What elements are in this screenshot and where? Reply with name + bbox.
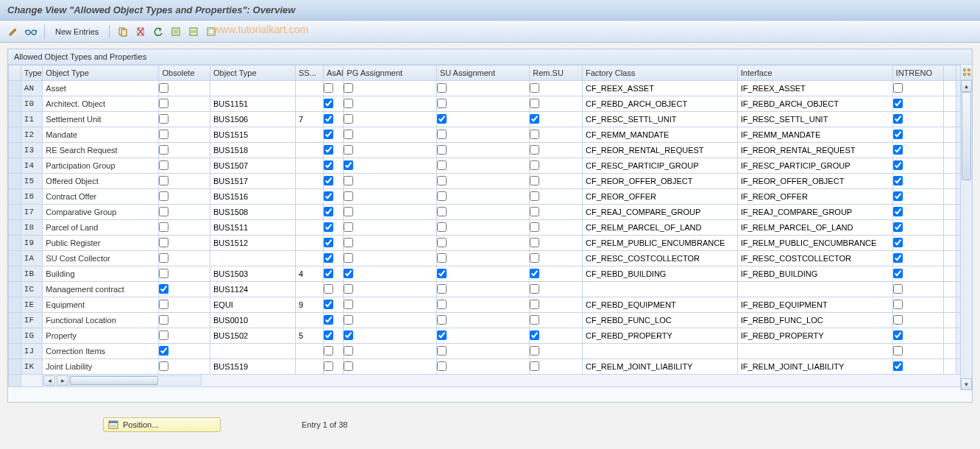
- pg-assignment-checkbox[interactable]: [344, 176, 353, 185]
- factory-class-input[interactable]: [583, 236, 737, 250]
- su-assignment-checkbox[interactable]: [437, 284, 447, 294]
- su-assignment-checkbox[interactable]: [437, 253, 447, 263]
- pg-assignment-checkbox[interactable]: [344, 99, 353, 108]
- interface-cell[interactable]: [737, 297, 892, 313]
- ss-input[interactable]: [296, 81, 323, 96]
- glasses-icon[interactable]: [24, 24, 38, 39]
- asal-checkbox[interactable]: [324, 253, 333, 263]
- scroll-down-button[interactable]: ▼: [961, 378, 972, 390]
- su-assignment-checkbox[interactable]: [437, 238, 447, 247]
- factory-class-input[interactable]: [583, 266, 737, 281]
- intreno-checkbox[interactable]: [893, 191, 903, 201]
- ss-cell[interactable]: [295, 189, 323, 205]
- bus-type-input[interactable]: [210, 251, 295, 266]
- bus-type-input[interactable]: [210, 297, 295, 312]
- ss-input[interactable]: [296, 127, 323, 142]
- intreno-checkbox[interactable]: [893, 238, 903, 247]
- row-selector[interactable]: [9, 282, 21, 297]
- pg-assignment-checkbox[interactable]: [344, 114, 353, 124]
- asal-checkbox[interactable]: [324, 191, 333, 201]
- su-assignment-checkbox[interactable]: [437, 207, 447, 216]
- row-selector[interactable]: [9, 236, 21, 251]
- copy-as-icon[interactable]: [116, 24, 130, 39]
- asal-checkbox[interactable]: [324, 207, 333, 216]
- asal-checkbox[interactable]: [324, 315, 333, 325]
- factory-class-input[interactable]: [583, 81, 737, 96]
- column-header-extra[interactable]: [944, 66, 956, 81]
- ss-cell[interactable]: [295, 158, 323, 174]
- intreno-checkbox[interactable]: [893, 176, 903, 185]
- intreno-checkbox[interactable]: [893, 253, 903, 263]
- obsolete-checkbox[interactable]: [159, 114, 168, 124]
- factory-class-cell[interactable]: [582, 328, 737, 344]
- bus-type-cell[interactable]: [210, 266, 296, 282]
- ss-input[interactable]: [296, 220, 323, 235]
- column-header-type[interactable]: Type: [21, 66, 43, 81]
- remsu-checkbox[interactable]: [530, 99, 539, 108]
- ss-input[interactable]: [296, 143, 323, 158]
- pg-assignment-checkbox[interactable]: [344, 253, 353, 263]
- bus-type-cell[interactable]: [210, 174, 296, 189]
- bus-type-cell[interactable]: [210, 236, 296, 251]
- su-assignment-checkbox[interactable]: [437, 160, 447, 170]
- remsu-checkbox[interactable]: [530, 284, 539, 294]
- asal-checkbox[interactable]: [324, 130, 333, 139]
- ss-cell[interactable]: [295, 96, 323, 112]
- remsu-checkbox[interactable]: [530, 361, 539, 371]
- remsu-checkbox[interactable]: [530, 83, 539, 93]
- bus-type-input[interactable]: [210, 143, 295, 158]
- hscroll-thumb[interactable]: [70, 376, 158, 385]
- interface-cell[interactable]: [737, 127, 892, 143]
- obsolete-checkbox[interactable]: [159, 330, 168, 340]
- column-header-ss[interactable]: SS...: [295, 66, 323, 81]
- ss-cell[interactable]: [295, 112, 323, 127]
- interface-input[interactable]: [738, 205, 892, 219]
- interface-input[interactable]: [738, 81, 892, 96]
- remsu-checkbox[interactable]: [530, 176, 539, 185]
- bus-type-input[interactable]: [210, 282, 295, 297]
- column-header-factory-class[interactable]: Factory Class: [582, 66, 737, 81]
- vscroll-track[interactable]: [961, 92, 972, 378]
- factory-class-input[interactable]: [583, 313, 737, 328]
- ss-input[interactable]: [296, 96, 323, 111]
- ss-input[interactable]: [296, 205, 323, 219]
- toggle-display-change-icon[interactable]: [6, 24, 21, 39]
- bus-type-cell[interactable]: [210, 143, 296, 158]
- ss-input[interactable]: [296, 158, 323, 173]
- intreno-checkbox[interactable]: [893, 130, 903, 139]
- su-assignment-checkbox[interactable]: [437, 83, 447, 93]
- bus-type-cell[interactable]: [210, 297, 296, 313]
- asal-checkbox[interactable]: [324, 284, 333, 294]
- intreno-checkbox[interactable]: [893, 207, 903, 216]
- row-selector[interactable]: [9, 127, 21, 143]
- table-settings-icon[interactable]: [960, 65, 972, 80]
- obsolete-checkbox[interactable]: [159, 207, 168, 216]
- position-button[interactable]: Position...: [103, 417, 221, 432]
- obsolete-checkbox[interactable]: [159, 176, 168, 185]
- interface-cell[interactable]: [737, 266, 892, 282]
- su-assignment-checkbox[interactable]: [437, 145, 447, 155]
- factory-class-cell[interactable]: [582, 81, 737, 96]
- row-selector[interactable]: [9, 112, 21, 127]
- asal-checkbox[interactable]: [324, 145, 333, 155]
- su-assignment-checkbox[interactable]: [437, 99, 447, 108]
- obsolete-checkbox[interactable]: [159, 130, 168, 139]
- column-header-rowselect[interactable]: [9, 66, 21, 81]
- ss-input[interactable]: [296, 112, 323, 127]
- factory-class-cell[interactable]: [582, 359, 737, 375]
- bus-type-input[interactable]: [210, 174, 295, 188]
- factory-class-input[interactable]: [583, 220, 737, 235]
- factory-class-input[interactable]: [583, 359, 737, 374]
- factory-class-cell[interactable]: [582, 96, 737, 112]
- scroll-up-button[interactable]: ▲: [961, 80, 972, 92]
- obsolete-checkbox[interactable]: [159, 269, 168, 278]
- row-selector[interactable]: [9, 266, 21, 282]
- select-block-icon[interactable]: [186, 24, 201, 39]
- intreno-checkbox[interactable]: [893, 284, 903, 294]
- interface-cell[interactable]: [737, 313, 892, 328]
- pg-assignment-checkbox[interactable]: [344, 315, 353, 325]
- asal-checkbox[interactable]: [324, 361, 333, 371]
- su-assignment-checkbox[interactable]: [437, 300, 447, 309]
- bus-type-cell[interactable]: [210, 359, 296, 375]
- ss-input[interactable]: [296, 236, 323, 250]
